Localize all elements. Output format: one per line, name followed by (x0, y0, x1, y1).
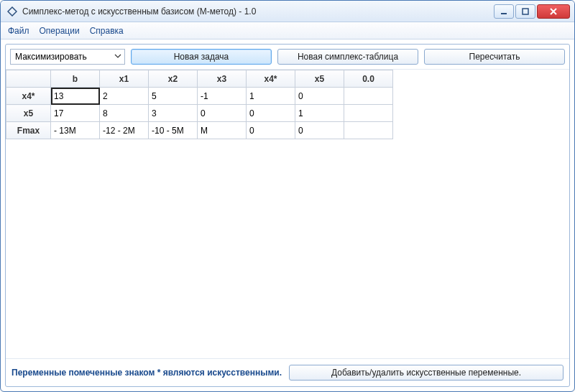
menubar: Файл Операции Справка (1, 22, 574, 39)
toolbar: Максимизировать Новая задача Новая симпл… (6, 45, 569, 70)
table-cell[interactable] (344, 88, 393, 105)
minimize-button[interactable] (494, 4, 514, 19)
manage-artificial-vars-button[interactable]: Добавить/удалить искусственные переменны… (289, 365, 564, 381)
menu-file[interactable]: Файл (8, 26, 29, 36)
window-buttons (494, 4, 570, 19)
new-simplex-table-button[interactable]: Новая симплекс-таблица (277, 49, 418, 65)
table-cell[interactable]: -10 - 5M (149, 122, 198, 139)
table-header-row: bx1x2x3x4*x50.0 (6, 70, 393, 88)
table-col-header[interactable]: x2 (149, 70, 198, 88)
table-row: x4*1325-110 (6, 88, 393, 105)
table-cell[interactable]: 8 (100, 105, 149, 122)
table-cell[interactable]: 0 (198, 105, 247, 122)
table-cell[interactable] (344, 105, 393, 122)
table-cell[interactable]: 1 (247, 88, 295, 105)
close-button[interactable] (537, 4, 570, 19)
footer-hint: Переменные помеченные знаком * являются … (12, 368, 282, 378)
table-cell[interactable]: 17 (51, 105, 100, 122)
table-cell[interactable]: 0 (295, 122, 344, 139)
recalculate-button[interactable]: Пересчитать (424, 49, 565, 65)
table-cell[interactable]: 0 (295, 88, 344, 105)
mode-dropdown[interactable]: Максимизировать (10, 49, 125, 65)
table-col-header[interactable]: x3 (198, 70, 247, 88)
table-cell[interactable]: -1 (198, 88, 247, 105)
svg-rect-1 (501, 13, 507, 14)
table-row-header[interactable]: x4* (6, 88, 51, 105)
svg-rect-2 (523, 9, 528, 14)
svg-marker-0 (8, 7, 17, 16)
table-col-header[interactable]: x4* (247, 70, 295, 88)
app-window: Симплекс-метод с искусственным базисом (… (0, 0, 575, 392)
table-cell[interactable]: - 13M (51, 122, 100, 139)
menu-help[interactable]: Справка (90, 26, 124, 36)
mode-dropdown-value: Максимизировать (15, 52, 87, 62)
table-row: x51783001 (6, 105, 393, 122)
table-cell[interactable]: 13 (51, 88, 100, 105)
new-task-button[interactable]: Новая задача (131, 49, 272, 65)
table-cell[interactable]: M (198, 122, 247, 139)
titlebar: Симплекс-метод с искусственным базисом (… (1, 1, 574, 22)
table-cell[interactable]: 3 (149, 105, 198, 122)
table-cell[interactable]: -12 - 2M (100, 122, 149, 139)
table-col-header[interactable]: b (51, 70, 100, 88)
simplex-table: bx1x2x3x4*x50.0 x4*1325-110x51783001Fmax… (6, 70, 393, 139)
table-col-header[interactable]: 0.0 (344, 70, 393, 88)
table-scroll[interactable]: bx1x2x3x4*x50.0 x4*1325-110x51783001Fmax… (6, 70, 569, 358)
table-body: x4*1325-110x51783001Fmax- 13M-12 - 2M-10… (6, 88, 393, 139)
table-cell[interactable]: 2 (100, 88, 149, 105)
table-cell[interactable]: 1 (295, 105, 344, 122)
table-col-header[interactable]: x1 (100, 70, 149, 88)
table-row: Fmax- 13M-12 - 2M-10 - 5MM00 (6, 122, 393, 139)
table-row-header[interactable]: x5 (6, 105, 51, 122)
table-cell[interactable]: 0 (247, 122, 295, 139)
table-cell[interactable]: 0 (247, 105, 295, 122)
chevron-down-icon (114, 52, 121, 62)
menu-operations[interactable]: Операции (40, 26, 80, 36)
window-title: Симплекс-метод с искусственным базисом (… (22, 6, 494, 17)
table-col-header[interactable]: x5 (295, 70, 344, 88)
table-cell[interactable]: 5 (149, 88, 198, 105)
table-corner (6, 70, 51, 88)
maximize-button[interactable] (515, 4, 535, 19)
app-icon (6, 6, 18, 17)
table-cell[interactable] (344, 122, 393, 139)
footer: Переменные помеченные знаком * являются … (6, 358, 569, 386)
client-area: Максимизировать Новая задача Новая симпл… (5, 44, 570, 387)
table-row-header[interactable]: Fmax (6, 122, 51, 139)
